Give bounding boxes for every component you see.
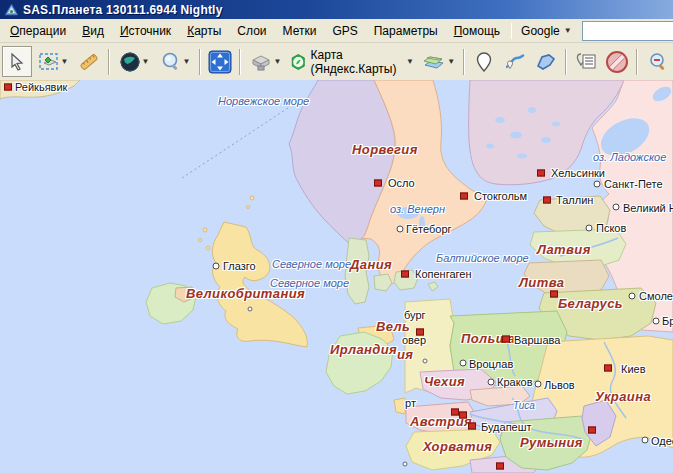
search-input[interactable] xyxy=(583,24,673,38)
fullscreen-button[interactable] xyxy=(205,46,235,77)
map-marker-capital xyxy=(550,291,558,298)
map-label-city: Краков xyxy=(497,377,533,388)
menu-item-options[interactable]: Параметры xyxy=(366,21,446,41)
tiles-cache-icon xyxy=(249,51,273,73)
cached-tiles-button[interactable]: ▼ xyxy=(245,46,285,77)
menu-item-layers[interactable]: Слои xyxy=(229,21,274,41)
map-label-country: Вель xyxy=(376,320,410,333)
menu-item-gps[interactable]: GPS xyxy=(324,21,365,41)
map-label-city: Вроцлав xyxy=(469,359,513,370)
add-placemark-button[interactable] xyxy=(469,46,499,77)
map-label-country: Румыния xyxy=(520,436,583,449)
cursor-arrow-icon xyxy=(7,52,27,72)
menu-item-operations[interactable]: Операции xyxy=(2,21,74,41)
map-marker-capital xyxy=(468,423,476,430)
toolbar-separator xyxy=(463,49,465,75)
map-marker-capital xyxy=(401,271,409,278)
selection-rect-icon xyxy=(38,51,60,73)
map-label-sea: оз. Венерн xyxy=(390,204,445,215)
map-marker-city xyxy=(460,360,467,367)
map-label-sea: оз. Ладожское xyxy=(593,152,666,163)
window-title: SAS.Планета 130111.6944 Nightly xyxy=(23,3,223,17)
map-marker-capital xyxy=(416,329,424,336)
menu-items: ОперацииВидИсточникКартыСлоиМеткиGPSПара… xyxy=(2,21,508,41)
map-label-country: Дания xyxy=(350,258,392,271)
globe-icon xyxy=(119,51,141,73)
map-label-country: Норвегия xyxy=(352,143,418,156)
map-marker-dot xyxy=(423,359,428,364)
map-label-city: Таллин xyxy=(556,195,593,206)
map-viewport[interactable]: Норвежское мореоз. Ладожскоеоз. ВенернСе… xyxy=(0,80,673,473)
add-path-button[interactable] xyxy=(500,46,530,77)
map-label-city: Смолен xyxy=(639,291,673,302)
pan-tool-button[interactable] xyxy=(2,46,32,77)
map-label-city: Одесса xyxy=(651,436,673,447)
map-label-city: Киев xyxy=(621,364,646,375)
globe-zoom-button[interactable]: ▼ xyxy=(114,46,154,77)
map-label-city: Будапешт xyxy=(481,422,532,433)
map-label-city: Стокгольм xyxy=(474,191,527,202)
map-marker-capital xyxy=(543,197,551,204)
chevron-down-icon: ▼ xyxy=(183,58,191,66)
placemark-list-icon xyxy=(574,51,598,73)
map-label-city: овер xyxy=(402,335,426,346)
magnifier-minus-icon xyxy=(645,51,669,73)
map-source-selector[interactable]: Карта (Яндекс.Карты) ▼ xyxy=(286,47,418,76)
map-marker-city xyxy=(535,381,542,388)
map-label-city: Глазго xyxy=(223,261,256,272)
map-label-city: бург xyxy=(404,310,426,321)
title-bar[interactable]: SAS.Планета 130111.6944 Nightly xyxy=(0,0,673,19)
map-label-country: Ирландия xyxy=(330,343,397,356)
map-marker-city xyxy=(629,293,636,300)
selection-tool-button[interactable]: ▼ xyxy=(33,46,73,77)
path-icon xyxy=(503,51,527,73)
map-label-city: Санкт-Пете xyxy=(604,179,663,190)
menu-item-view[interactable]: Вид xyxy=(74,21,112,41)
ruler-tool-button[interactable] xyxy=(74,46,104,77)
map-label-city: Львов xyxy=(544,380,575,391)
toolbar-separator xyxy=(565,49,567,75)
map-marker-capital xyxy=(537,170,545,177)
map-marker-capital xyxy=(502,336,510,343)
map-label-city: Варшава xyxy=(514,335,560,346)
map-marker-city xyxy=(653,318,660,325)
toolbar-separator xyxy=(239,49,241,75)
menu-item-help[interactable]: Помощь xyxy=(446,21,508,41)
menu-item-maps[interactable]: Карты xyxy=(179,21,229,41)
map-marker-capital xyxy=(460,193,468,200)
map-label-city: Рейкьявик xyxy=(15,82,67,93)
menu-item-marks[interactable]: Метки xyxy=(275,21,325,41)
menu-google-dropdown[interactable]: Google ▼ xyxy=(515,22,578,40)
menu-item-source[interactable]: Источник xyxy=(112,21,179,41)
layers-icon xyxy=(422,51,446,73)
add-polygon-button[interactable] xyxy=(531,46,561,77)
map-label-city: Осло xyxy=(388,178,415,189)
map-source-label: Карта (Яндекс.Карты) xyxy=(311,48,402,76)
map-label-city: Копенгаген xyxy=(415,269,472,280)
map-source-icon xyxy=(290,51,307,73)
magnifier-zoom-button[interactable]: ▼ xyxy=(155,46,195,77)
layers-button[interactable]: ▼ xyxy=(419,46,459,77)
map-marker-dot xyxy=(248,307,253,312)
map-label-country: Латвия xyxy=(537,243,591,256)
map-marker-city xyxy=(586,225,593,232)
map-label-city: Гётеборг xyxy=(406,224,452,235)
map-marker-dot xyxy=(403,462,408,467)
map-labels-layer: Норвежское мореоз. Ладожскоеоз. ВенернСе… xyxy=(0,80,673,473)
hide-marks-button[interactable] xyxy=(602,46,632,77)
zoom-prev-button[interactable] xyxy=(642,46,672,77)
map-label-city: Псков xyxy=(596,223,626,234)
map-label-country: Беларусь xyxy=(558,297,623,310)
search-combobox[interactable]: ▼ xyxy=(582,21,673,41)
map-marker-city xyxy=(213,263,220,270)
map-label-city: рт xyxy=(405,398,416,409)
map-marker-city xyxy=(594,181,601,188)
map-label-country: Хорватия xyxy=(423,440,492,453)
map-label-city: Хельсинки xyxy=(551,168,605,179)
placemark-manager-button[interactable] xyxy=(571,46,601,77)
map-label-sea: Северное море xyxy=(272,259,351,270)
app-window: SAS.Планета 130111.6944 Nightly Операции… xyxy=(0,0,673,473)
map-marker-capital xyxy=(588,427,596,434)
map-label-country: Чехия xyxy=(424,375,465,388)
chevron-down-icon: ▼ xyxy=(447,58,455,66)
